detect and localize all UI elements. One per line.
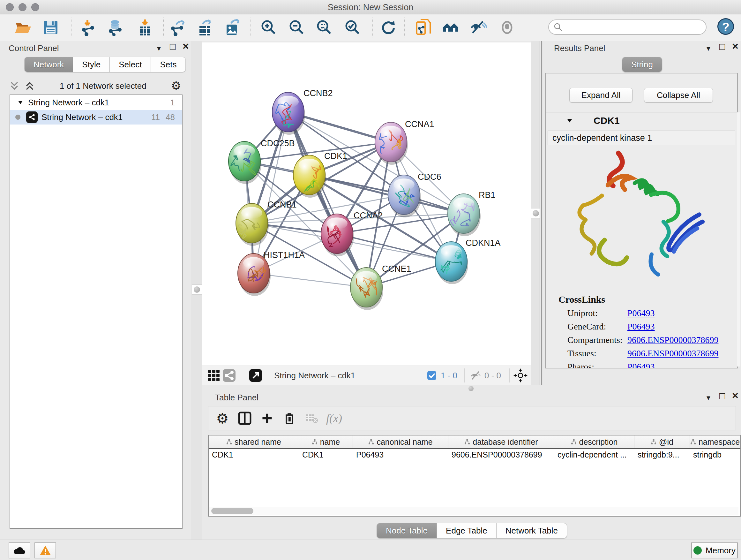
right-splitter[interactable] xyxy=(531,41,542,385)
table-panel-close-icon[interactable]: × xyxy=(732,391,738,400)
zoom-in-icon[interactable] xyxy=(260,19,277,36)
network-list-options-gear-icon[interactable]: ⚙ xyxy=(171,79,181,92)
network-share-view-icon[interactable] xyxy=(222,368,236,382)
tab-select[interactable]: Select xyxy=(110,57,151,72)
gene-section-header[interactable]: CDK1 xyxy=(546,112,737,129)
search-input[interactable] xyxy=(563,22,692,32)
table-panel-float-icon[interactable]: □ xyxy=(719,391,725,400)
tab-network-table[interactable]: Network Table xyxy=(496,523,567,538)
tree-expander-icon[interactable] xyxy=(17,99,23,106)
grid-view-icon[interactable] xyxy=(207,368,221,382)
tab-node-table[interactable]: Node Table xyxy=(377,523,437,538)
import-network-file-icon[interactable] xyxy=(79,19,97,36)
network-node-ccna1[interactable] xyxy=(375,122,408,165)
show-all-icon[interactable] xyxy=(498,19,516,36)
scrollbar-thumb[interactable] xyxy=(211,508,253,514)
table-cell[interactable]: stringdb:9... xyxy=(634,449,690,461)
column-header--id[interactable]: @id xyxy=(634,435,690,448)
results-panel-collapse-icon[interactable]: ▼ xyxy=(705,44,712,53)
expand-all-icon[interactable] xyxy=(24,80,35,91)
zoom-fit-icon[interactable] xyxy=(316,19,333,36)
open-session-icon[interactable] xyxy=(14,19,31,36)
crosslink-link[interactable]: 9606.ENSP00000378699 xyxy=(627,335,718,345)
tab-string[interactable]: String xyxy=(622,57,662,72)
left-splitter-handle[interactable] xyxy=(192,285,202,295)
hide-selected-icon[interactable] xyxy=(469,19,487,36)
network-node-ccna2[interactable] xyxy=(321,214,354,256)
table-options-gear-icon[interactable]: ⚙ xyxy=(214,410,231,427)
column-header-shared-name[interactable]: shared name xyxy=(209,435,299,448)
zoom-out-icon[interactable] xyxy=(288,19,306,36)
delete-column-trash-icon[interactable] xyxy=(281,410,298,427)
crosslink-link[interactable]: P06493 xyxy=(627,321,655,332)
network-edge[interactable] xyxy=(254,112,288,273)
control-panel-float-icon[interactable]: □ xyxy=(170,42,176,51)
crosslink-link[interactable]: 9606.ENSP00000378699 xyxy=(627,348,718,359)
collapse-all-icon[interactable] xyxy=(9,80,20,91)
show-columns-icon[interactable] xyxy=(237,410,253,427)
clone-network-icon[interactable] xyxy=(415,19,432,36)
control-panel: Control Panel ▼ □ × Network Style Select… xyxy=(0,41,191,540)
table-cell[interactable]: CDK1 xyxy=(299,449,353,461)
network-tree-child-row[interactable]: String Network – cdk1 11 48 xyxy=(10,110,182,125)
tab-network[interactable]: Network xyxy=(24,57,73,72)
expand-all-button[interactable]: Expand All xyxy=(569,88,632,103)
control-panel-close-icon[interactable]: × xyxy=(183,42,189,51)
first-neighbors-icon[interactable] xyxy=(442,19,459,36)
network-canvas[interactable]: CCNB2CCNA1CDC25BCDK1CDC6RB1CCNB1CCNA2CDK… xyxy=(202,43,531,366)
column-header-canonical-name[interactable]: canonical name xyxy=(353,435,448,448)
create-column-plus-icon[interactable]: + xyxy=(259,410,275,427)
tab-style[interactable]: Style xyxy=(73,57,110,72)
gene-expander-icon[interactable] xyxy=(566,117,573,124)
export-image-icon[interactable] xyxy=(223,19,241,36)
help-icon[interactable]: ? xyxy=(718,18,735,36)
column-header-description[interactable]: description xyxy=(554,435,634,448)
zoom-selected-icon[interactable] xyxy=(344,19,361,36)
table-row[interactable]: CDK1CDK1P064939606.ENSP00000378699cyclin… xyxy=(209,449,740,461)
save-session-icon[interactable] xyxy=(42,19,59,36)
results-panel-close-icon[interactable]: × xyxy=(732,42,738,51)
warnings-button[interactable] xyxy=(35,543,56,558)
export-table-icon[interactable] xyxy=(196,19,213,36)
table-horizontal-scrollbar[interactable] xyxy=(209,507,738,515)
birds-eye-crosshair-icon[interactable] xyxy=(514,368,528,382)
table-cell[interactable]: cyclin-dependent ... xyxy=(554,449,634,461)
column-header-database-identifier[interactable]: database identifier xyxy=(448,435,554,448)
results-scrollbar[interactable] xyxy=(737,112,740,367)
results-panel-float-icon[interactable]: □ xyxy=(719,42,725,51)
network-node-cdkn1a[interactable] xyxy=(435,242,468,284)
network-node-cdc25b[interactable] xyxy=(228,141,261,184)
network-tree-root-row[interactable]: String Network – cdk1 1 xyxy=(10,95,182,110)
network-node-ccnb1[interactable] xyxy=(236,203,269,246)
refresh-icon[interactable] xyxy=(380,19,397,36)
table-cell[interactable]: P06493 xyxy=(353,449,448,461)
left-splitter[interactable] xyxy=(191,41,202,540)
network-node-ccne1[interactable] xyxy=(350,267,383,310)
network-node-rb1[interactable] xyxy=(448,194,481,236)
control-panel-collapse-icon[interactable]: ▼ xyxy=(156,44,162,53)
network-edge[interactable] xyxy=(288,112,366,287)
collapse-all-button[interactable]: Collapse All xyxy=(644,88,713,103)
tab-sets[interactable]: Sets xyxy=(151,57,186,72)
network-node-ccnb2[interactable] xyxy=(272,92,305,135)
horizontal-splitter-handle[interactable] xyxy=(468,386,474,391)
import-table-icon[interactable] xyxy=(136,19,153,36)
network-node-cdk1[interactable] xyxy=(293,155,326,198)
crosslink-link[interactable]: P06493 xyxy=(627,362,655,368)
crosslink-link[interactable]: P06493 xyxy=(627,308,655,318)
memory-button[interactable]: Memory xyxy=(691,543,738,558)
table-panel-collapse-icon[interactable]: ▼ xyxy=(705,393,712,402)
table-cell[interactable]: stringdb xyxy=(690,449,740,461)
cloud-button[interactable] xyxy=(9,543,30,558)
column-header-namespace[interactable]: namespace xyxy=(690,435,740,448)
export-network-icon[interactable] xyxy=(169,19,186,36)
tab-edge-table[interactable]: Edge Table xyxy=(437,523,496,538)
open-in-window-icon[interactable] xyxy=(249,368,263,382)
horizontal-splitter[interactable] xyxy=(202,385,741,392)
table-cell[interactable]: CDK1 xyxy=(209,449,299,461)
column-header-name[interactable]: name xyxy=(299,435,353,448)
network-node-cdc6[interactable] xyxy=(388,175,421,217)
selected-checkbox-icon[interactable] xyxy=(425,368,439,382)
table-cell[interactable]: 9606.ENSP00000378699 xyxy=(448,449,554,461)
import-network-database-icon[interactable] xyxy=(106,19,124,36)
